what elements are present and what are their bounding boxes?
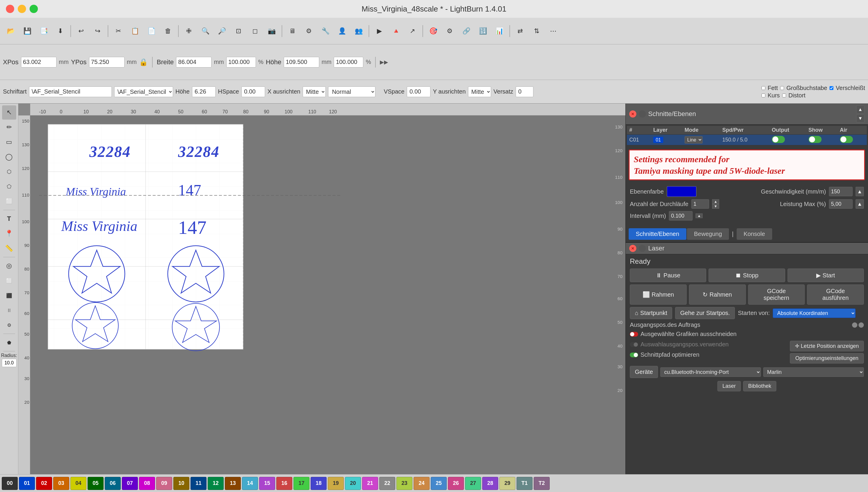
layer-07[interactable]: 07: [122, 477, 138, 490]
layer-01[interactable]: 01: [19, 477, 35, 490]
maximize-button[interactable]: [30, 5, 38, 13]
more-button[interactable]: ⋯: [546, 23, 561, 39]
anzahl-down[interactable]: ▼: [712, 204, 719, 209]
zoom-out-button[interactable]: 🔎: [214, 23, 230, 39]
save-as-button[interactable]: 📑: [36, 23, 51, 39]
distort-check[interactable]: [782, 94, 786, 97]
anzahl-up[interactable]: ▲: [712, 199, 719, 204]
intervall-up[interactable]: ▲: [695, 214, 703, 218]
fill-tool-button[interactable]: ⬛: [2, 288, 16, 302]
zoom-in-button[interactable]: 🔍: [198, 23, 213, 39]
gcode-speichern-button[interactable]: GCode speichern: [748, 285, 805, 304]
measure-tool-button[interactable]: 📏: [2, 241, 16, 255]
layer-26[interactable]: 26: [448, 477, 464, 490]
xausrichten-select[interactable]: Mitte: [303, 87, 326, 97]
cut-button[interactable]: ✂: [111, 23, 126, 39]
target-button[interactable]: 🎯: [425, 23, 441, 39]
minimize-button[interactable]: [18, 5, 26, 13]
tab-bewegung[interactable]: Bewegung: [687, 228, 729, 240]
layer-02[interactable]: 02: [36, 477, 52, 490]
machine-settings-button[interactable]: 🖥: [285, 23, 300, 39]
text-tool-button[interactable]: T: [2, 212, 16, 226]
layer-19[interactable]: 19: [328, 477, 344, 490]
run-button[interactable]: ▶: [372, 23, 387, 39]
arrow-button[interactable]: ↗: [405, 23, 420, 39]
air-toggle[interactable]: [840, 136, 853, 143]
tools-button[interactable]: 🔧: [318, 23, 333, 39]
undo-button[interactable]: ↩: [73, 23, 89, 39]
triangle-button[interactable]: 🔺: [388, 23, 403, 39]
scroll-down-btn[interactable]: ▼: [856, 114, 864, 123]
leistung-up[interactable]: ▲: [856, 199, 864, 209]
stopp-button[interactable]: ⏹ Stopp: [709, 269, 785, 282]
circle-tool-button[interactable]: ◎: [2, 259, 16, 273]
layer-25[interactable]: 25: [431, 477, 447, 490]
schnitte-close-button[interactable]: ✕: [629, 110, 636, 118]
layer-t1[interactable]: T1: [517, 477, 532, 490]
num-button[interactable]: 🔢: [475, 23, 491, 39]
vflip-button[interactable]: ⇅: [529, 23, 544, 39]
rect-tool-button[interactable]: ▭: [2, 135, 16, 149]
anzahl-input[interactable]: [691, 199, 709, 209]
breite-pct-input[interactable]: [226, 57, 256, 68]
canvas-area[interactable]: -10 0 10 20 30 40 50 60 70 80 90 100 110…: [18, 104, 625, 474]
intervall-input[interactable]: [669, 211, 692, 221]
bibliothek-button[interactable]: Bibliothek: [743, 381, 776, 391]
table-row[interactable]: C01 01 Line 150.0 / 5.0: [627, 135, 867, 145]
layer-08[interactable]: 08: [139, 477, 155, 490]
hoehe-text-input[interactable]: [192, 87, 216, 97]
breite-input[interactable]: [176, 57, 212, 68]
gear2-button[interactable]: ⚙: [442, 23, 457, 39]
laser-close-button[interactable]: ✕: [629, 245, 636, 252]
select-rect-button[interactable]: ◻: [247, 23, 263, 39]
layer-14[interactable]: 14: [242, 477, 258, 490]
starten-von-select[interactable]: Absolute Koordinaten: [773, 309, 856, 318]
auswahlausgangspos-toggle[interactable]: [630, 342, 638, 347]
ellipse-tool-button[interactable]: ◯: [2, 150, 16, 164]
frame-tool-button[interactable]: ⬜: [2, 273, 16, 288]
hspace-input[interactable]: [241, 87, 265, 97]
fett-check[interactable]: [762, 86, 765, 90]
move-button[interactable]: ✙: [181, 23, 196, 39]
camera-button[interactable]: 📷: [264, 23, 279, 39]
new-button[interactable]: 📂: [3, 23, 18, 39]
layer-09[interactable]: 09: [156, 477, 172, 490]
ypos-input[interactable]: [89, 57, 125, 68]
layer-t2[interactable]: T2: [534, 477, 550, 490]
layer-05[interactable]: 05: [87, 477, 104, 490]
layer-24[interactable]: 24: [414, 477, 429, 490]
leistung-input[interactable]: [829, 199, 852, 209]
hflip-button[interactable]: ⇄: [512, 23, 528, 39]
startpunkt-button[interactable]: ⌂ Startpunkt: [630, 307, 672, 319]
layer-20[interactable]: 20: [345, 477, 361, 490]
device-select[interactable]: cu.Bluetooth-Incoming-Port: [660, 367, 761, 377]
tab-schnitte[interactable]: Schnitte/Ebenen: [629, 228, 686, 240]
start-button[interactable]: ▶ Start: [788, 269, 864, 282]
layer-23[interactable]: 23: [396, 477, 413, 490]
settings-button[interactable]: ⚙: [301, 23, 317, 39]
mode-select[interactable]: Line: [685, 136, 703, 144]
layer-28[interactable]: 28: [482, 477, 498, 490]
draw-tool-button[interactable]: ✏: [2, 120, 16, 134]
firmware-select[interactable]: Marlin: [763, 367, 864, 377]
kurs-check[interactable]: [762, 94, 765, 97]
layer-21[interactable]: 21: [362, 477, 378, 490]
geschwindigkeit-input[interactable]: [829, 187, 852, 196]
output-toggle[interactable]: [772, 136, 785, 143]
color-swatch[interactable]: [667, 186, 696, 197]
optimierung-button[interactable]: Optimierungseinstellungen: [790, 353, 864, 364]
user1-button[interactable]: 👤: [334, 23, 350, 39]
rahmen1-button[interactable]: ⬜ Rahmen: [630, 285, 687, 304]
zoom-fit-button[interactable]: ⊡: [231, 23, 246, 39]
schnittpfad-toggle[interactable]: [630, 352, 638, 357]
cut-tool-button[interactable]: ⬜: [2, 194, 16, 208]
schriftart-dropdown[interactable]: \AF_Serial_Stencil: [114, 87, 173, 97]
pause-button[interactable]: ⏸ Pause: [630, 269, 706, 282]
layer-12[interactable]: 12: [208, 477, 223, 490]
tab-konsole[interactable]: Konsole: [737, 228, 772, 240]
delete-button[interactable]: 🗑: [160, 23, 176, 39]
normal-dropdown[interactable]: Normal: [328, 87, 375, 97]
layer-22[interactable]: 22: [379, 477, 395, 490]
hoehe-input[interactable]: [284, 57, 319, 68]
link-button[interactable]: 🔗: [458, 23, 474, 39]
